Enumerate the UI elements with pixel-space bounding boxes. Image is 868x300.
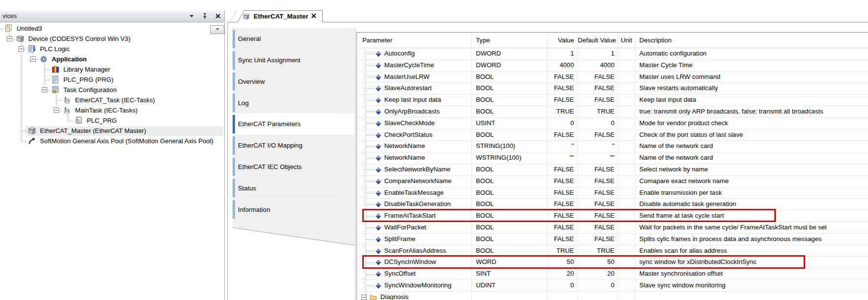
parameter-row-networkname[interactable]: NetworkNameWSTRING(100)""""Name of the n… [357,152,868,164]
parameter-row-enabletaskmessage[interactable]: EnableTaskMessageBOOLFALSEFALSEEnable tr… [357,188,868,199]
parameter-type: STRING(100) [476,142,515,150]
devices-collapse-arrow-icon[interactable] [188,13,195,19]
parameter-row-waitforpacket[interactable]: WaitForPacketBOOLFALSEFALSEWait for pack… [357,222,868,234]
column-header-unit[interactable]: Unit [618,33,635,48]
column-header-parameter[interactable]: Parameter [357,33,472,48]
tree-item-device-codesys-control-win-v3-[interactable]: Device (CODESYS Control Win V3) [28,34,131,44]
tree-item-plc-prg[interactable]: PLC_PRG [87,115,117,126]
column-header-description[interactable]: Description [635,33,868,48]
row-tree-stub [366,89,374,89]
nav-tab-label: Log [238,92,249,113]
tree-connector-line [21,43,21,141]
nav-tab-ethercat-iec-objects[interactable]: EtherCAT IEC Objects [233,156,355,178]
parameter-type: BOOL [476,200,494,207]
tree-item-application[interactable]: Application [52,54,87,64]
parameter-value: "" [570,154,574,161]
folder-row-diagnosis[interactable]: Diagnosis [357,292,868,300]
parameter-default-value: FALSE [594,84,614,92]
parameter-name: NetworkName [384,154,425,161]
parameter-row-checkportstatus[interactable]: CheckPortStatusBOOLFALSEFALSECheck of th… [357,130,868,141]
folder-icon [369,293,377,300]
parameter-default-value: FALSE [594,177,614,185]
devices-panel-title: vices [2,10,17,22]
parameter-description: Disable automatic task generation [639,200,736,207]
parameter-type: BOOL [476,84,494,92]
tree-item-softmotion-general-axis-pool-softmotion-general-axis-pool-[interactable]: SoftMotion General Axis Pool (SoftMotion… [40,136,214,146]
nav-tab-ethercat-parameters[interactable]: EtherCAT Parameters [233,113,355,135]
parameter-icon [375,97,382,104]
tree-item-task-configuration[interactable]: Task Configuration [63,85,117,95]
devices-pin-icon[interactable] [201,13,208,19]
tree-item-untitled3[interactable]: Untitled3 [17,23,42,34]
parameter-default-value: TRUE [597,247,614,254]
parameter-type: BOOL [476,247,494,254]
parameter-value: 0 [571,281,574,289]
parameter-row-splitframe[interactable]: SplitFrameBOOLFALSEFALSESplits cylic fra… [357,234,868,245]
parameter-name: SelectNetworkByName [384,166,451,173]
document-tab-close-icon[interactable] [311,13,317,19]
tree-expander-minus[interactable] [42,87,47,93]
parameter-row-slavecheckmode[interactable]: SlaveCheckModeUSINT00Mode for vendor pro… [357,118,868,130]
parameter-default-value: FALSE [594,73,614,80]
parameter-name: EnableTaskMessage [384,189,444,196]
nav-tab-stripe [233,200,235,219]
parameter-name: ScanForAliasAddress [384,247,446,254]
parameter-row-mastercycletime[interactable]: MasterCycleTimeDWORD40004000Master Cycle… [357,60,868,72]
parameter-row-masteruselrw[interactable]: MasterUseLRWBOOLFALSEFALSEMaster uses LR… [357,72,868,83]
tree-item-library-manager[interactable]: Library Manager [63,64,110,75]
application-icon [39,55,48,64]
parameter-row-onlyarpbroadcasts[interactable]: OnlyArpBroadcastsBOOLTRUETRUEtrue: trans… [357,106,868,118]
column-header-type[interactable]: Type [472,33,547,48]
row-tree-stub [366,227,374,228]
parameter-row-keep-last-input-data[interactable]: Keep last input dataBOOLFALSEFALSEKeep l… [357,94,868,106]
parameter-default-value: FALSE [594,131,614,138]
nav-tab-sync-unit-assignment[interactable]: Sync Unit Assignment [233,50,355,71]
column-header-default-value[interactable]: Default Value [578,33,618,48]
parameter-icon [375,155,382,162]
tree-item-ethercat-task-iec-tasks-[interactable]: EtherCAT_Task (IEC-Tasks) [75,95,155,105]
task-config-icon [51,85,60,94]
parameter-default-value: '' [612,142,614,150]
document-tab-title: EtherCAT_Master [254,10,308,22]
parameter-default-value: 1 [611,50,614,57]
parameter-row-comparenetworkname[interactable]: CompareNetworkNameBOOLFALSEFALSEComapare… [357,176,868,188]
nav-tab-label: General [238,28,261,50]
parameter-name: SlaveAutorestart [384,84,432,92]
nav-tab-stripe [233,51,235,70]
parameter-name: DisableTaskGeneration [384,200,451,207]
tree-expander-minus[interactable] [30,56,36,62]
tree-expander-minus[interactable] [7,36,12,41]
nav-tab-overview[interactable]: Overview [233,71,355,93]
parameter-icon [375,109,382,115]
parameter-row-slaveautorestart[interactable]: SlaveAutorestartBOOLFALSEFALSESlave rest… [357,83,868,94]
tree-item-maintask-iec-tasks-[interactable]: MainTask (IEC-Tasks) [75,105,138,115]
nav-tab-status[interactable]: Status [233,177,355,199]
tree-expander-minus[interactable] [19,46,24,52]
tree-item-plc-prg-prg-[interactable]: PLC_PRG (PRG) [63,75,114,85]
parameter-row-selectnetworkbyname[interactable]: SelectNetworkByNameBOOLFALSEFALSESelect … [357,164,868,176]
parameter-value: FALSE [554,224,574,231]
parameter-icon [375,143,382,150]
nav-tab-stripe [233,136,235,155]
devices-tree-dropdown-button[interactable] [210,25,224,34]
parameter-description: Automatic configuration [639,50,707,57]
column-header-value[interactable]: Value [547,33,578,48]
nav-tab-log[interactable]: Log [233,92,355,113]
parameter-row-autoconfig[interactable]: AutoconfigDWORD11Automatic configuration [357,48,868,60]
parameter-row-networkname[interactable]: NetworkNameSTRING(100)''''Name of the ne… [357,141,868,152]
tree-item-plc-logic[interactable]: PLC Logic [40,44,70,54]
nav-tab-information[interactable]: Information [233,199,355,220]
tree-expander-minus[interactable] [54,108,59,113]
devices-close-icon[interactable] [215,13,221,19]
tree-item-ethercat-master-ethercat-master-[interactable]: EtherCAT_Master (EtherCAT Master) [40,126,146,136]
parameter-icon [375,282,382,289]
tree-connector-stub [56,100,62,101]
nav-tab-stripe [233,179,235,197]
parameter-row-syncwindowmonitoring[interactable]: SyncWindowMonitoringUDINT00Slave sync wi… [357,280,868,292]
parameter-value: TRUE [556,247,574,254]
nav-tab-ethercat-i-o-mapping[interactable]: EtherCAT I/O Mapping [233,135,355,156]
nav-tab-general[interactable]: General [233,28,355,50]
row-tree-stub [366,77,374,77]
parameter-type: BOOL [476,131,494,138]
parameter-row-syncoffset[interactable]: SyncOffsetSINT2020Master synchronisation… [357,268,868,280]
